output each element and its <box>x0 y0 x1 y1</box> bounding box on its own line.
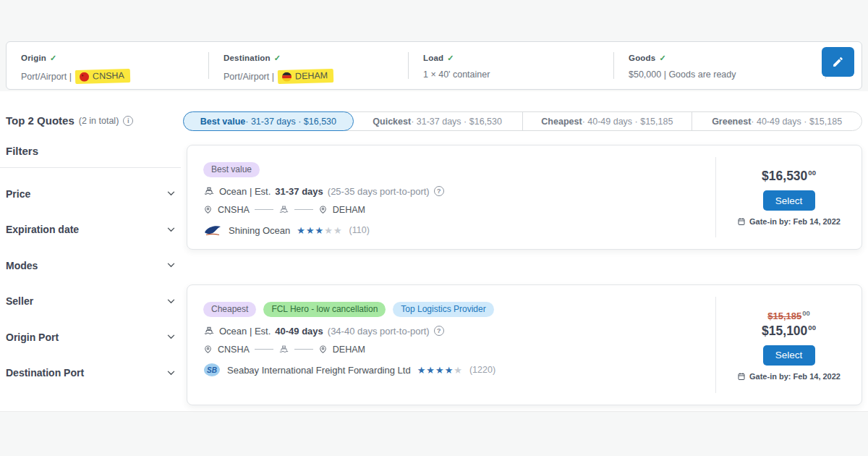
svg-text:SB: SB <box>207 366 217 374</box>
route-line <box>294 349 313 350</box>
filter-label: Modes <box>6 260 38 271</box>
tab-detail: · 40-49 days · $15,185 <box>582 117 673 127</box>
badge-fcl-hero: FCL Hero - low cancellation <box>263 302 386 317</box>
tab-label: Greenest <box>712 117 751 127</box>
footer-strip <box>0 411 868 456</box>
destination-prefix: Port/Airport | <box>224 72 274 82</box>
tab-detail: · 31-37 days · $16,530 <box>411 117 502 127</box>
destination-code: DEHAM <box>295 70 328 81</box>
transit-days: 40-49 days <box>275 326 323 337</box>
calendar-icon <box>737 372 746 381</box>
seller-name[interactable]: Shining Ocean <box>229 225 290 236</box>
origin-code: CNSHA <box>93 70 124 81</box>
help-icon[interactable]: ? <box>434 186 444 196</box>
filter-modes[interactable]: Modes <box>6 248 175 284</box>
goods-field[interactable]: Goods✓ $50,000 | Goods are ready <box>614 42 825 89</box>
route-destination: DEHAM <box>333 345 365 355</box>
route-line <box>255 349 273 350</box>
filter-label: Expiration date <box>6 224 79 235</box>
seabay-logo: SB <box>203 363 221 377</box>
filter-expiration-date[interactable]: Expiration date <box>6 212 175 248</box>
transit-days: 31-37 days <box>275 186 323 197</box>
shining-ocean-logo <box>203 223 222 237</box>
chevron-down-icon <box>167 371 175 376</box>
quote-price: $15,10000 <box>762 324 816 339</box>
chevron-down-icon <box>167 334 175 339</box>
tab-detail: · 31-37 days · $16,530 <box>245 117 336 127</box>
load-value: 1 × 40' container <box>423 69 490 80</box>
check-icon: ✓ <box>274 54 281 62</box>
tab-label: Quickest <box>373 117 411 127</box>
filters-title: Filters <box>6 145 38 157</box>
gate-in-text: Gate-in by: Feb 14, 2022 <box>749 217 841 226</box>
tab-label: Cheapest <box>541 117 582 127</box>
tab-quickest[interactable]: Quickest · 31-37 days · $16,530 <box>353 112 523 130</box>
destination-highlight: DEHAM <box>278 69 334 84</box>
info-icon[interactable]: i <box>123 116 133 126</box>
check-icon: ✓ <box>50 54 56 62</box>
seller-name[interactable]: Seabay International Freight Forwarding … <box>227 365 411 376</box>
gate-in-row: Gate-in by: Feb 14, 2022 <box>737 372 841 381</box>
badge-best-value: Best value <box>203 162 260 177</box>
ship-icon <box>203 325 215 337</box>
chevron-down-icon <box>167 227 175 232</box>
load-field[interactable]: Load✓ 1 × 40' container <box>409 42 613 89</box>
route-origin: CNSHA <box>218 205 250 215</box>
origin-highlight: CNSHA <box>75 69 130 84</box>
de-flag-icon <box>282 72 292 81</box>
route-line <box>294 209 313 210</box>
filter-list: Price Expiration date Modes Seller Origi… <box>6 176 175 391</box>
select-button[interactable]: Select <box>763 345 815 366</box>
origin-field[interactable]: Origin✓ Port/Airport | CNSHA <box>7 42 208 89</box>
location-pin-icon <box>203 344 213 355</box>
origin-prefix: Port/Airport | <box>21 72 72 82</box>
filter-seller[interactable]: Seller <box>6 284 175 320</box>
chevron-down-icon <box>167 263 175 268</box>
location-pin-icon <box>318 344 328 355</box>
star-rating: ★★★★★ <box>297 225 342 236</box>
tab-cheapest[interactable]: Cheapest · 40-49 days · $15,185 <box>523 112 693 130</box>
port-to-port-note: (25-35 days port-to-port) <box>328 186 430 197</box>
ship-icon <box>278 204 289 215</box>
mode-text: Ocean | Est. <box>219 186 271 197</box>
filter-label: Seller <box>6 295 33 307</box>
tab-greenest[interactable]: Greenest · 40-49 days · $15,185 <box>692 112 861 130</box>
review-count: (1220) <box>469 365 495 375</box>
goods-value: $50,000 | Goods are ready <box>629 69 736 80</box>
gate-in-row: Gate-in by: Feb 14, 2022 <box>737 217 841 226</box>
ship-icon <box>278 344 289 355</box>
gate-in-text: Gate-in by: Feb 14, 2022 <box>749 372 841 381</box>
quote-price: $16,53000 <box>762 169 816 184</box>
filter-label: Price <box>6 188 30 200</box>
filter-label: Destination Port <box>6 367 84 379</box>
search-summary-bar: Origin✓ Port/Airport | CNSHA Destination… <box>6 41 862 90</box>
filter-price[interactable]: Price <box>6 176 175 212</box>
filter-label: Origin Port <box>6 332 59 343</box>
destination-field[interactable]: Destination✓ Port/Airport | DEHAM <box>209 42 408 89</box>
quotes-count-note: (2 in total) <box>79 116 119 126</box>
quotes-header: Top 2 Quotes (2 in total) i <box>6 114 133 127</box>
edit-search-button[interactable] <box>822 47 854 77</box>
calendar-icon <box>737 217 746 226</box>
quote-card-cheapest: Cheapest FCL Hero - low cancellation Top… <box>187 284 862 405</box>
select-button[interactable]: Select <box>763 190 815 211</box>
route-line <box>255 209 273 210</box>
check-icon: ✓ <box>447 54 454 62</box>
destination-label: Destination <box>224 54 271 62</box>
filter-origin-port[interactable]: Origin Port <box>6 319 175 355</box>
chevron-down-icon <box>167 191 175 196</box>
goods-label: Goods <box>629 54 655 62</box>
filter-destination-port[interactable]: Destination Port <box>6 355 175 392</box>
review-count: (110) <box>349 225 370 235</box>
mode-text: Ocean | Est. <box>219 326 271 337</box>
ship-icon <box>203 185 215 197</box>
tab-detail: · 40-49 days · $15,185 <box>751 117 842 127</box>
tab-best-value[interactable]: Best value · 31-37 days · $16,530 <box>183 111 354 131</box>
help-icon[interactable]: ? <box>434 326 444 336</box>
check-icon: ✓ <box>659 54 665 62</box>
port-to-port-note: (34-40 days port-to-port) <box>328 326 430 337</box>
route-origin: CNSHA <box>218 345 250 355</box>
pencil-icon <box>832 56 844 68</box>
quotes-title: Top 2 Quotes <box>6 114 75 127</box>
route-destination: DEHAM <box>333 205 365 215</box>
